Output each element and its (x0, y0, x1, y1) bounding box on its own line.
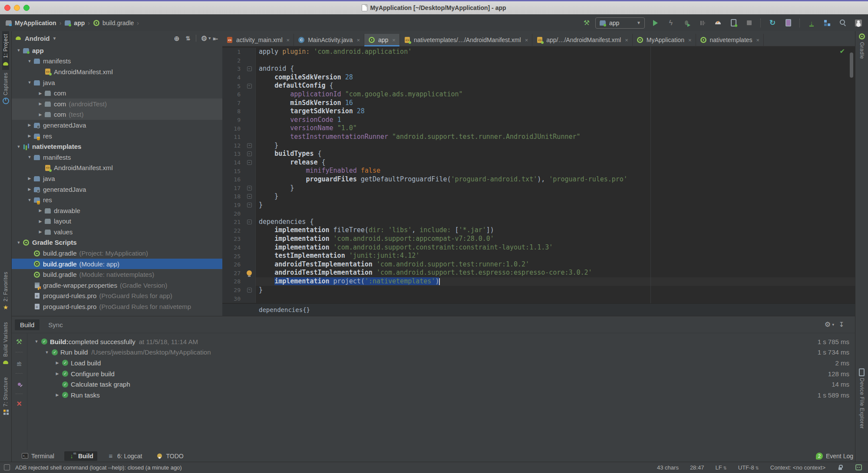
stop-button[interactable] (744, 18, 754, 28)
expand-arrow-icon[interactable]: ▶ (36, 91, 44, 95)
tree-row[interactable]: ▼java (11, 77, 222, 88)
stripe-button-gradle[interactable]: Gradle (855, 33, 868, 59)
sync-button[interactable] (767, 18, 778, 28)
avd-button[interactable] (783, 18, 793, 28)
stripe-button-build-variants[interactable]: Build Variants (2, 319, 9, 368)
close-tab-icon[interactable]: × (392, 37, 396, 43)
fold-end-icon[interactable]: ¬ (247, 194, 252, 199)
editor-tab-activity-main-xml[interactable]: activity_main.xml× (222, 34, 294, 46)
editor-scrollbar[interactable] (850, 53, 853, 78)
gear-arrow-button[interactable] (824, 321, 831, 328)
tree-row[interactable]: build.gradle(Module: app) (11, 259, 222, 269)
tree-row[interactable]: proguard-rules.pro(ProGuard Rules for ap… (11, 291, 222, 302)
collapse-arrow-icon[interactable]: ▼ (26, 155, 33, 159)
breadcrumb-item-myapplication[interactable]: MyApplication (5, 20, 56, 26)
gear-arrow-button[interactable] (201, 35, 208, 42)
collapse-arrow-icon[interactable]: ▼ (15, 145, 23, 149)
tree-row[interactable]: ▶res (11, 131, 222, 141)
build-tree-row[interactable]: ▶✓Configure build128 ms (27, 368, 855, 379)
tree-row[interactable]: AndroidManifest.xml (11, 163, 222, 174)
tool-window-switcher-icon[interactable] (4, 464, 10, 470)
filter-button[interactable] (16, 358, 23, 367)
collapse-arrow-icon[interactable]: ▼ (33, 339, 40, 344)
collapse-arrow-icon[interactable]: ▼ (43, 350, 51, 355)
fold-end-icon[interactable]: ¬ (247, 143, 252, 148)
project-view-selector[interactable]: Android (25, 35, 50, 42)
tree-row[interactable]: AndroidManifest.xml (11, 66, 222, 77)
build-panel-tab-sync[interactable]: Sync (43, 319, 68, 330)
breadcrumb-item-app[interactable]: app (64, 20, 85, 26)
expand-arrow-icon[interactable]: ▶ (53, 393, 61, 397)
breadcrumb-item-build-gradle[interactable]: build.gradle (93, 20, 134, 26)
line-separator-widget[interactable]: LF ⇅ (715, 464, 726, 471)
tree-row[interactable]: ▶drawable (11, 205, 222, 216)
collapse-arrow-icon[interactable]: ▼ (15, 240, 23, 245)
build-tree-row[interactable]: ✓Calculate task graph14 ms (27, 379, 855, 390)
expand-arrow-icon[interactable]: ▶ (26, 187, 33, 191)
tree-row[interactable]: ▼app (11, 45, 222, 56)
tool-window-button-todo[interactable]: TODO (152, 451, 188, 461)
collapse-arrow-icon[interactable]: ▼ (26, 59, 33, 63)
pin-button[interactable] (16, 380, 23, 388)
tree-row[interactable]: ▶com (11, 88, 222, 99)
tree-row[interactable]: ▶layout (11, 216, 222, 227)
editor-tab-myapplication[interactable]: MyApplication× (633, 34, 696, 46)
avatar-button[interactable] (853, 18, 864, 28)
tool-window-button-terminal[interactable]: Terminal (17, 451, 58, 461)
fold-end-icon[interactable]: ¬ (247, 288, 252, 292)
tree-row[interactable]: ▼manifests (11, 152, 222, 163)
expand-arrow-icon[interactable]: ▶ (36, 102, 44, 106)
tree-row[interactable]: proguard-rules.pro(ProGuard Rules for na… (11, 301, 222, 312)
hide-button[interactable] (212, 35, 219, 42)
tree-row[interactable]: ▶generatedJava (11, 184, 222, 195)
tree-row[interactable]: ▼manifests (11, 56, 222, 67)
collapse-arrow-icon[interactable]: ▼ (15, 48, 23, 53)
close-tab-icon[interactable]: × (525, 37, 528, 43)
tree-row[interactable]: ▼nativetemplates (11, 141, 222, 152)
build-tree-row[interactable]: ▼✓Build: completed successfullyat 11/5/1… (27, 336, 855, 347)
code-editor[interactable]: 1apply plugin: 'com.android.application'… (222, 46, 855, 303)
expand-arrow-icon[interactable]: ▶ (26, 176, 33, 181)
close-tab-icon[interactable]: × (756, 37, 760, 43)
run-configuration-select[interactable]: app▼ (595, 17, 645, 29)
collapse-arrow-icon[interactable]: ▼ (26, 80, 33, 85)
collapse-arrow-icon[interactable]: ▼ (26, 198, 33, 202)
build-tree-row[interactable]: ▶✓Load build2 ms (27, 358, 855, 368)
gauge-button[interactable] (713, 18, 723, 28)
stripe-button-captures[interactable]: Captures (2, 70, 9, 107)
tool-window-button-6-logcat[interactable]: 6: Logcat (103, 451, 146, 461)
fold-end-icon[interactable]: ¬ (247, 186, 252, 191)
tree-row[interactable]: build.gradle(Module: nativetemplates) (11, 269, 222, 280)
event-log-button[interactable]: 2Event Log (816, 453, 853, 460)
tree-row[interactable]: ▶generatedJava (11, 120, 222, 131)
build-tree-row[interactable]: ▼✓Run build/Users/jweisbaum/Desktop/MyAp… (27, 347, 855, 358)
fold-open-icon[interactable]: − (247, 151, 252, 156)
fold-open-icon[interactable]: − (247, 84, 252, 89)
expand-arrow-icon[interactable]: ▶ (53, 361, 61, 365)
hammer-button[interactable] (16, 338, 23, 346)
collapse-button[interactable] (185, 34, 191, 42)
close-tab-icon[interactable]: × (688, 37, 692, 43)
encoding-widget[interactable]: UTF-8 ⇅ (738, 464, 759, 471)
expand-arrow-icon[interactable]: ▶ (26, 134, 33, 138)
fold-open-icon[interactable]: − (247, 66, 252, 71)
profile-button[interactable] (697, 18, 707, 28)
stripe-button-device-file-explorer[interactable]: Device File Explorer (855, 369, 868, 429)
expand-arrow-icon[interactable]: ▶ (53, 371, 61, 376)
locate-button[interactable] (173, 35, 180, 42)
stripe-button-7-structure[interactable]: 7: Structure (2, 374, 9, 418)
tree-row[interactable]: gradle-wrapper.properties(Gradle Version… (11, 280, 222, 291)
fold-end-icon[interactable]: ¬ (247, 203, 252, 207)
debug-button[interactable] (681, 18, 692, 28)
editor-tab-nativetemplates[interactable]: nativetemplates× (696, 34, 764, 46)
inspections-ok-icon[interactable]: ✔ (839, 47, 845, 55)
fold-open-icon[interactable]: − (247, 220, 252, 224)
expand-arrow-icon[interactable]: ▶ (36, 112, 44, 117)
stripe-button-2-favorites[interactable]: 2: Favorites (2, 269, 9, 313)
stripe-button-1-project[interactable]: 1: Project (2, 31, 9, 70)
editor-tab-app[interactable]: app× (364, 34, 400, 46)
expand-arrow-icon[interactable]: ▶ (26, 123, 33, 127)
tree-row[interactable]: ▶com(test) (11, 109, 222, 120)
build-panel-tab-build[interactable]: Build (15, 319, 40, 330)
close-red-button[interactable] (16, 400, 23, 408)
